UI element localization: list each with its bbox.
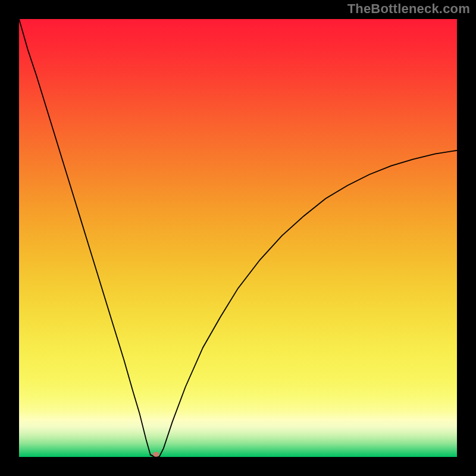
plot-area (19, 19, 457, 457)
watermark-label: TheBottleneck.com (347, 1, 470, 17)
plot-background (19, 19, 457, 457)
chart-frame: TheBottleneck.com (0, 0, 476, 476)
curve-minimum-marker (153, 452, 159, 456)
chart-svg (19, 19, 457, 457)
